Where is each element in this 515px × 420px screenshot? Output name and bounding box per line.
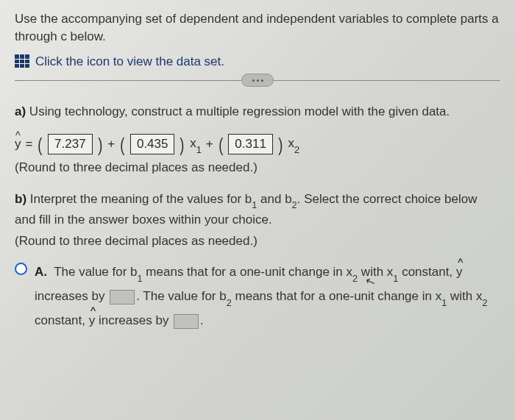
choice-a-radio[interactable] — [15, 263, 27, 275]
dataset-link-row: Click the icon to view the data set. — [15, 53, 500, 71]
x1-var: x1 — [190, 135, 202, 154]
choice-a-text: A. The value for b1 means that for a one… — [35, 260, 500, 332]
instructions-text: Use the accompanying set of dependent an… — [15, 10, 500, 46]
y-hat-symbol: ^y — [15, 135, 21, 153]
x2-var: x2 — [288, 135, 300, 154]
part-b-label: b) — [15, 192, 26, 206]
intercept-input[interactable]: 7.237 — [48, 134, 93, 154]
close-paren-3: ) — [278, 140, 283, 152]
open-paren-3: ( — [219, 140, 223, 152]
part-b-prompt: b) Interpret the meaning of the values f… — [15, 190, 500, 229]
choice-a-row: A. The value for b1 means that for a one… — [15, 260, 500, 332]
blank-input-1[interactable] — [110, 290, 135, 305]
view-dataset-link[interactable]: Click the icon to view the data set. — [35, 53, 224, 71]
round-note-b: (Round to three decimal places as needed… — [15, 232, 500, 250]
plus-sign-2: + — [206, 135, 213, 153]
expand-dots-button[interactable] — [241, 74, 274, 87]
equals-sign: = — [26, 135, 33, 153]
part-a-label: a) — [15, 104, 26, 118]
open-paren-2: ( — [121, 140, 125, 152]
data-table-icon[interactable] — [15, 54, 29, 68]
part-a-text: Using technology, construct a multiple r… — [29, 104, 450, 118]
choice-a-letter: A. — [35, 265, 47, 279]
coef-b2-input[interactable]: 0.311 — [228, 134, 273, 154]
round-note-a: (Round to three decimal places as needed… — [15, 159, 500, 177]
blank-input-2[interactable] — [174, 314, 199, 329]
regression-equation: ^y = ( 7.237 ) + ( 0.435 ) x1 + ( 0.311 … — [15, 134, 500, 154]
part-a-prompt: a) Using technology, construct a multipl… — [15, 103, 500, 121]
open-paren-1: ( — [38, 140, 43, 152]
coef-b1-input[interactable]: 0.435 — [130, 134, 175, 154]
close-paren-1: ) — [98, 140, 102, 152]
plus-sign-1: + — [107, 135, 115, 153]
close-paren-2: ) — [180, 140, 185, 152]
